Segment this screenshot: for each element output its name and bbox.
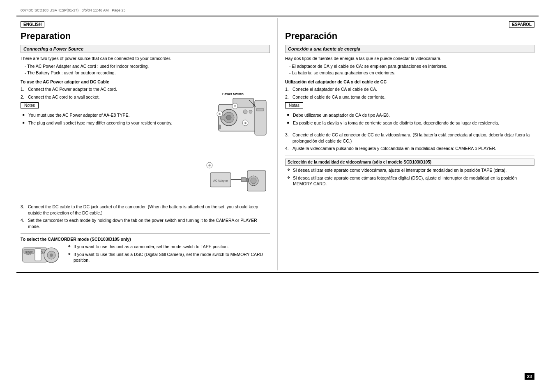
- svg-text:②: ②: [234, 105, 236, 108]
- svg-rect-5: [255, 100, 266, 135]
- svg-text:AC Adapter: AC Adapter: [213, 179, 228, 182]
- english-bullet-2: The Battery Pack : used for outdoor reco…: [25, 70, 270, 76]
- english-section2-bullet-2: If you want to use this unit as a DSC (D…: [68, 251, 270, 263]
- english-badge: ENGLISH: [21, 21, 44, 28]
- spanish-notes-list: Debe utilizarse un adaptador de CA de ti…: [285, 112, 534, 126]
- spanish-bullet-1: El adaptador de CA y el cable de CA: se …: [289, 63, 534, 69]
- spanish-step-1: Conecte el adaptador de CA al cable de C…: [285, 86, 534, 92]
- english-note-1: You must use the AC Power adapter of AA-…: [23, 112, 203, 118]
- camcorder-diagram: Power Switch ① ② ③: [206, 88, 270, 158]
- svg-rect-22: [241, 178, 246, 182]
- svg-rect-26: [246, 178, 249, 182]
- english-bullet-list: The AC Power Adapter and AC cord : used …: [21, 63, 270, 76]
- english-notes-label: Notes: [21, 102, 39, 108]
- english-title: Preparation: [21, 31, 270, 42]
- svg-point-3: [226, 115, 231, 120]
- english-section1-header: Connecting a Power Source: [21, 45, 270, 53]
- svg-rect-35: [35, 249, 41, 261]
- spanish-section2-subheading: Selección de la modalidad de videocámara…: [285, 159, 534, 166]
- english-steps-3-4: Connect the DC cable to the DC jack sock…: [21, 204, 270, 230]
- svg-point-8: [249, 110, 252, 113]
- spanish-section2-bullet-2: Si desea utilizar este aparato como cáma…: [287, 175, 534, 187]
- english-section2-bullet-1: If you want to use this unit as a camcor…: [68, 244, 270, 250]
- spanish-step-2: Conecte el cable de CA a una toma de cor…: [285, 94, 534, 100]
- svg-rect-6: [256, 108, 264, 111]
- english-step-3: Connect the DC cable to the DC jack sock…: [21, 204, 270, 216]
- spanish-section2-bullet-1: Si desea utilizar este aparato como vide…: [287, 167, 534, 173]
- svg-text:CARD: CARD: [26, 253, 31, 255]
- spanish-badge: ESPAÑOL: [509, 21, 534, 28]
- doc-header: 00743C SCD103 USA+ESP(01-27) 3/5/04 11:4…: [16, 8, 539, 12]
- doc-id: 00743C SCD103 USA+ESP(01-27): [21, 8, 78, 12]
- english-section2-bullets: If you want to use this unit as a camcor…: [66, 244, 270, 263]
- svg-text:Power Switch: Power Switch: [222, 92, 244, 96]
- svg-point-38: [50, 254, 53, 257]
- spanish-section1-header: Conexión a una fuente de energía: [285, 45, 534, 53]
- spanish-section2-bullets: Si desea utilizar este aparato como vide…: [285, 167, 534, 187]
- doc-date: 3/5/04 11:46 AM: [82, 8, 109, 12]
- spanish-column: ESPAÑOL Preparación Conexión a una fuent…: [278, 18, 539, 270]
- spanish-bullet-2: La batería: se emplea para grabaciones e…: [289, 70, 534, 76]
- spanish-step-4: Ajuste la videocámara pulsando la lengüe…: [285, 145, 534, 152]
- spanish-bullet-list: El adaptador de CA y el cable de CA: se …: [285, 63, 534, 76]
- english-step-4: Set the camcorder to each mode by holdin…: [21, 217, 270, 229]
- svg-point-25: [251, 178, 256, 184]
- english-section2-subheading: To select the CAMCORDER mode (SCD103/D10…: [21, 237, 270, 242]
- svg-text:③: ③: [244, 122, 246, 125]
- english-note-2: The plug and wall socket type may differ…: [23, 120, 203, 126]
- svg-text:①: ①: [219, 113, 221, 115]
- doc-page: Page 23: [112, 8, 126, 12]
- english-step-1: Connect the AC Power adapter to the AC c…: [21, 86, 203, 92]
- english-column: ENGLISH Preparation Connecting a Power S…: [16, 18, 278, 270]
- spanish-intro: Hay dos tipos de fuentes de energía a la…: [285, 55, 534, 62]
- spanish-subheading: Utilización del adaptador de CA y del ca…: [285, 79, 534, 84]
- spanish-steps-1-2: Conecte el adaptador de CA al cable de C…: [285, 86, 534, 100]
- english-subheading: To use the AC Power adapter and DC Cable: [21, 79, 270, 84]
- spanish-note-2: Es posible que la clavija y la toma de c…: [287, 120, 534, 126]
- mode-switch-diagram: MEMORY CARD TAPE: [21, 244, 62, 266]
- spanish-steps-3-4: Conecte el cable de CC al conector de CC…: [285, 132, 534, 152]
- spanish-note-1: Debe utilizarse un adaptador de CA de ti…: [287, 112, 534, 118]
- spanish-notes-label: Notas: [285, 102, 303, 108]
- ac-adapter-diagram: AC Adapter ③: [206, 160, 270, 201]
- spanish-title: Preparación: [285, 31, 534, 42]
- page-number: 23: [525, 373, 534, 380]
- svg-point-7: [243, 110, 247, 114]
- english-intro: There are two types of power source that…: [21, 55, 270, 62]
- english-step-2: Connect the AC cord to a wall socket.: [21, 94, 203, 100]
- svg-text:③: ③: [208, 164, 211, 167]
- spanish-step-3: Conecte el cable de CC al conector de CC…: [285, 132, 534, 144]
- english-bullet-1: The AC Power Adapter and AC cord : used …: [25, 63, 270, 69]
- svg-rect-10: [219, 125, 221, 129]
- english-notes-list: You must use the AC Power adapter of AA-…: [21, 112, 203, 126]
